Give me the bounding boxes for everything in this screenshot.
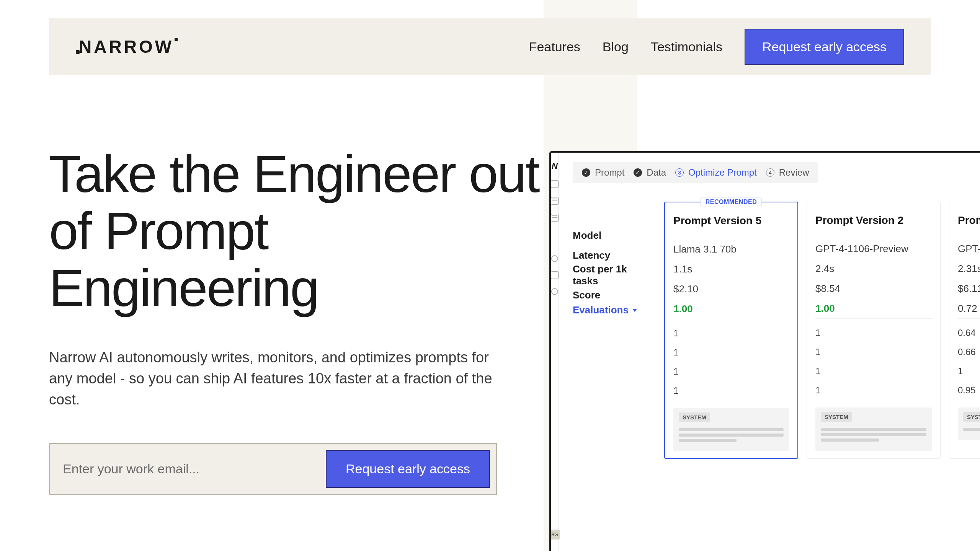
eval-value: 1 <box>815 323 932 342</box>
row-labels: Model Latency Cost per 1k tasks Score Ev… <box>573 202 655 459</box>
system-label: SYSTEM <box>679 412 710 422</box>
sidebar-nav-icon[interactable] <box>551 180 559 188</box>
app-preview-panel: N BG ✓ Prompt ✓ Data 3 Optimize Prompt 4 <box>549 151 980 551</box>
score-value: 1.00 <box>815 298 932 318</box>
step-label: Prompt <box>595 167 624 178</box>
placeholder-line <box>821 439 879 442</box>
app-main: ✓ Prompt ✓ Data 3 Optimize Prompt 4 Revi… <box>559 153 980 551</box>
placeholder-line <box>679 428 784 431</box>
user-badge[interactable]: BG <box>550 530 560 540</box>
submit-email-button[interactable]: Request early access <box>326 450 490 488</box>
hero-subtitle: Narrow AI autonomously writes, monitors,… <box>49 347 508 410</box>
step-review[interactable]: 4 Review <box>766 167 809 178</box>
nav-features[interactable]: Features <box>529 39 580 54</box>
step-optimize[interactable]: 3 Optimize Prompt <box>675 167 757 178</box>
email-signup-form: Request early access <box>49 443 497 495</box>
eval-block: 1 1 1 1 <box>673 319 789 400</box>
placeholder-line <box>679 439 737 442</box>
step-label: Review <box>779 167 809 178</box>
latency-value: 1.1s <box>673 259 789 279</box>
eval-value: 0.95 <box>958 381 980 400</box>
system-label: SYSTEM <box>963 412 980 422</box>
globe-icon[interactable] <box>551 288 558 295</box>
sidebar-nav-icon[interactable] <box>551 271 559 279</box>
system-prompt-preview: SYSTEM <box>815 408 932 451</box>
cost-value: $8.54 <box>815 279 932 298</box>
version-title: Prompt Version 2 <box>815 214 932 227</box>
model-value: GPT-4 <box>958 239 980 259</box>
check-icon: ✓ <box>582 168 590 177</box>
version-card-recommended[interactable]: RECOMMENDED Prompt Version 5 Llama 3.1 7… <box>664 202 798 459</box>
logo-text: NARROW <box>79 36 174 57</box>
nav-testimonials[interactable]: Testimonials <box>651 39 722 54</box>
cost-value: $2.10 <box>673 279 789 299</box>
score-value: 0.72 <box>958 298 980 318</box>
eval-value: 1 <box>815 342 932 362</box>
step-number-icon: 3 <box>675 168 684 177</box>
hero-section: Take the Engineer out of Prompt Engineer… <box>49 145 550 495</box>
sidebar-nav-icon[interactable] <box>551 214 559 222</box>
logo-dot-icon <box>175 38 178 41</box>
placeholder-line <box>821 433 926 436</box>
version-card[interactable]: Promp GPT-4 2.31s $6.11 0.72 0.64 0.66 1… <box>949 202 980 459</box>
chevron-down-icon <box>632 309 637 312</box>
score-value: 1.00 <box>673 299 789 319</box>
placeholder-line <box>963 428 980 431</box>
sidebar-nav-icon[interactable] <box>551 197 559 205</box>
model-value: Llama 3.1 70b <box>673 239 789 259</box>
app-sidebar: N BG <box>551 153 559 551</box>
evaluations-label: Evaluations <box>573 304 629 316</box>
system-prompt-preview: SYSTEM <box>673 408 789 451</box>
label-cost: Cost per 1k tasks <box>573 265 655 285</box>
eval-value: 1 <box>673 343 789 362</box>
app-logo-icon[interactable]: N <box>552 161 558 171</box>
request-access-button[interactable]: Request early access <box>745 29 904 65</box>
eval-value: 1 <box>815 381 932 400</box>
latency-value: 2.31s <box>958 259 980 279</box>
version-cards: RECOMMENDED Prompt Version 5 Llama 3.1 7… <box>664 202 980 459</box>
eval-block: 1 1 1 1 <box>815 318 932 400</box>
eval-value: 1 <box>958 362 980 381</box>
email-input[interactable] <box>63 461 326 476</box>
nav-blog[interactable]: Blog <box>603 39 629 54</box>
wizard-steps: ✓ Prompt ✓ Data 3 Optimize Prompt 4 Revi… <box>573 162 818 183</box>
evaluations-toggle[interactable]: Evaluations <box>573 304 655 316</box>
step-data[interactable]: ✓ Data <box>634 167 666 178</box>
label-model: Model <box>573 225 655 245</box>
label-score: Score <box>573 285 655 305</box>
step-prompt[interactable]: ✓ Prompt <box>582 167 624 178</box>
label-latency: Latency <box>573 245 655 265</box>
eval-value: 1 <box>815 362 932 381</box>
eval-value: 1 <box>673 381 789 400</box>
version-card[interactable]: Prompt Version 2 GPT-4-1106-Preview 2.4s… <box>807 202 941 459</box>
version-title: Promp <box>958 214 980 227</box>
latency-value: 2.4s <box>815 259 932 279</box>
system-label: SYSTEM <box>821 412 852 422</box>
eval-value: 0.64 <box>958 323 980 342</box>
logo[interactable]: NARROW <box>76 36 178 57</box>
cost-value: $6.11 <box>958 279 980 298</box>
main-nav: Features Blog Testimonials Request early… <box>529 29 904 65</box>
eval-value: 0.66 <box>958 342 980 362</box>
step-label: Optimize Prompt <box>688 167 757 178</box>
eval-value: 1 <box>673 324 789 343</box>
gear-icon[interactable] <box>551 255 558 262</box>
step-label: Data <box>647 167 666 178</box>
placeholder-line <box>821 428 926 431</box>
system-prompt-preview: SYSTEM <box>958 408 980 440</box>
version-title: Prompt Version 5 <box>673 215 789 227</box>
model-value: GPT-4-1106-Preview <box>815 239 932 259</box>
check-icon: ✓ <box>634 168 642 177</box>
placeholder-line <box>679 434 784 437</box>
eval-value: 1 <box>673 362 789 381</box>
recommended-tag: RECOMMENDED <box>701 197 762 207</box>
comparison-table: Model Latency Cost per 1k tasks Score Ev… <box>573 202 980 459</box>
eval-block: 0.64 0.66 1 0.95 <box>958 318 980 400</box>
header: NARROW Features Blog Testimonials Reques… <box>49 18 931 75</box>
hero-title: Take the Engineer out of Prompt Engineer… <box>49 145 550 316</box>
step-number-icon: 4 <box>766 168 774 177</box>
